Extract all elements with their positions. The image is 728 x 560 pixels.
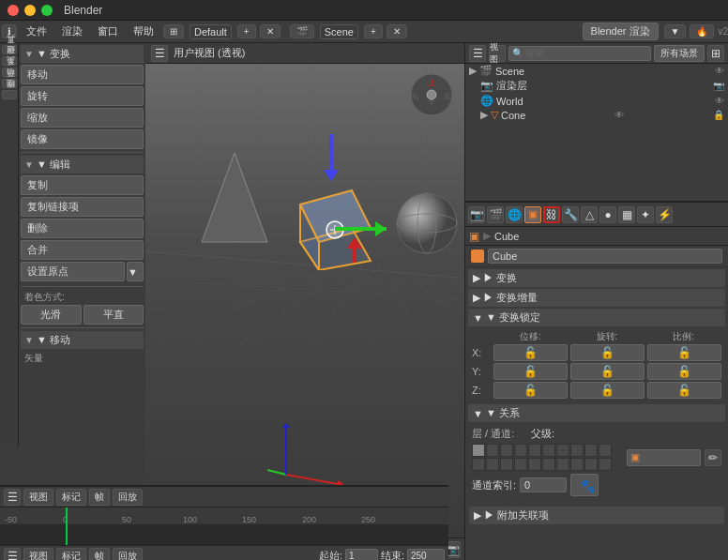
viewport-canvas[interactable]: X Y Z bbox=[145, 64, 464, 537]
layer-cell-15[interactable] bbox=[528, 458, 541, 471]
maximize-button[interactable] bbox=[41, 5, 53, 16]
outliner-search[interactable]: 🔍 搜索 bbox=[508, 46, 651, 61]
layout-icon[interactable]: ⊞ bbox=[163, 24, 184, 38]
end-value-input[interactable] bbox=[407, 549, 445, 560]
prop-tab-data[interactable]: △ bbox=[581, 206, 598, 223]
nav-widget[interactable]: 上 下 右 左 bbox=[408, 71, 455, 120]
y-scale-lock[interactable]: 🔓 bbox=[647, 363, 721, 380]
layer-cell-13[interactable] bbox=[500, 458, 513, 471]
layer-cell-18[interactable] bbox=[570, 458, 584, 471]
layer-cell-11[interactable] bbox=[472, 458, 485, 471]
renderlayer-eye-icon[interactable]: 📷 bbox=[713, 81, 724, 91]
scene-icon[interactable]: 🎬 bbox=[290, 24, 314, 38]
add-scene-btn[interactable]: + bbox=[364, 24, 383, 38]
scene-selector[interactable]: Scene bbox=[320, 24, 358, 39]
move-handle-blue[interactable] bbox=[322, 134, 341, 188]
layout-selector[interactable]: Default bbox=[190, 24, 232, 39]
prop-tab-constraints[interactable]: ⛓ bbox=[543, 206, 560, 223]
cone-eye-icon[interactable]: 👁 bbox=[614, 110, 624, 120]
mirror-btn[interactable]: 镜像 bbox=[21, 129, 144, 149]
timeline-playback-btn2[interactable]: 回放 bbox=[113, 548, 143, 561]
prop-tab-world[interactable]: 🌐 bbox=[506, 206, 523, 223]
timeline-frame-btn[interactable]: 帧 bbox=[89, 489, 110, 506]
attach-header[interactable]: ▶ ▶ 附加关联项 bbox=[469, 507, 724, 524]
menu-help[interactable]: 帮助 bbox=[126, 22, 161, 41]
tab-animation[interactable]: 动画 bbox=[2, 79, 17, 88]
cone-hide-icon[interactable]: 🔒 bbox=[713, 110, 724, 120]
move-handle-red[interactable] bbox=[345, 237, 364, 267]
duplicate-linked-btn[interactable]: 复制链接项 bbox=[21, 197, 144, 217]
timeline-mark-btn[interactable]: 标记 bbox=[56, 489, 86, 506]
move-btn[interactable]: 移动 bbox=[21, 65, 144, 84]
set-origin-btn[interactable]: 设置原点 bbox=[21, 262, 125, 281]
prop-tab-particles[interactable]: ✦ bbox=[637, 206, 654, 223]
close-scene-btn[interactable]: ✕ bbox=[387, 24, 407, 38]
add-layout-btn[interactable]: + bbox=[237, 24, 256, 38]
view-btn[interactable]: 视图 bbox=[489, 45, 506, 62]
scene-eye-icon[interactable]: 👁 bbox=[715, 66, 724, 76]
minimize-button[interactable] bbox=[24, 5, 36, 16]
layer-cell-16[interactable] bbox=[542, 458, 555, 471]
render-engine-arrow[interactable]: ▼ bbox=[664, 24, 687, 38]
layer-cell-20[interactable] bbox=[599, 458, 612, 471]
layer-cell-3[interactable] bbox=[500, 444, 513, 457]
z-pos-lock[interactable]: 🔓 bbox=[493, 382, 568, 399]
relation-header[interactable]: ▼ ▼ 关系 bbox=[468, 404, 725, 422]
layer-cell-2[interactable] bbox=[486, 444, 499, 457]
outliner-item-cone[interactable]: ▶ ▽ Cone 👁 🔒 bbox=[477, 108, 728, 122]
flat-btn[interactable]: 平直 bbox=[83, 305, 144, 325]
tab-relations[interactable]: 关系 bbox=[2, 68, 17, 77]
parent-field[interactable]: ▣ bbox=[627, 449, 701, 466]
outliner-filter-icon[interactable]: ⊞ bbox=[707, 45, 724, 62]
outliner-item-renderlayer[interactable]: 📷 渲染层 📷 bbox=[477, 78, 728, 94]
timeline-menu-icon[interactable]: ☰ bbox=[4, 489, 21, 506]
start-value-input[interactable] bbox=[345, 549, 378, 560]
layer-cell-19[interactable] bbox=[584, 458, 598, 471]
prop-tab-modifier[interactable]: 🔧 bbox=[562, 206, 579, 223]
object-name-input[interactable] bbox=[488, 249, 722, 264]
join-btn[interactable]: 合并 bbox=[21, 240, 144, 260]
channel-index-input[interactable] bbox=[520, 477, 567, 492]
prop-tab-object[interactable]: ▣ bbox=[524, 206, 541, 223]
layer-cell-1[interactable] bbox=[472, 444, 485, 457]
timeline-canvas[interactable]: -50 0 50 100 150 200 250 bbox=[0, 507, 448, 545]
outliner-menu-icon[interactable]: ☰ bbox=[469, 45, 486, 62]
z-scale-lock[interactable]: 🔓 bbox=[647, 382, 721, 399]
menu-window[interactable]: 窗口 bbox=[90, 22, 126, 41]
z-rot-lock[interactable]: 🔓 bbox=[570, 382, 645, 399]
layer-cell-6[interactable] bbox=[542, 444, 555, 457]
prop-tab-scene[interactable]: 🎬 bbox=[487, 206, 504, 223]
menu-render[interactable]: 渲染 bbox=[54, 22, 90, 41]
y-rot-lock[interactable]: 🔓 bbox=[570, 363, 645, 380]
rotate-btn[interactable]: 旋转 bbox=[21, 86, 144, 106]
render-engine-selector[interactable]: Blender 渲染 bbox=[583, 23, 659, 40]
layer-cell-12[interactable] bbox=[486, 458, 499, 471]
layer-cell-4[interactable] bbox=[514, 444, 527, 457]
menu-file[interactable]: 文件 bbox=[19, 22, 54, 41]
tab-tools[interactable]: 工具 bbox=[2, 45, 17, 54]
layer-cell-9[interactable] bbox=[584, 444, 598, 457]
info-icon[interactable]: ℹ bbox=[2, 24, 17, 38]
x-scale-lock[interactable]: 🔓 bbox=[647, 344, 721, 361]
timeline-playhead[interactable] bbox=[66, 507, 68, 545]
scale-btn[interactable]: 缩放 bbox=[21, 108, 144, 128]
outliner-item-world[interactable]: 🌐 World 👁 bbox=[477, 94, 728, 108]
timeline-footer-menu[interactable]: ☰ bbox=[4, 548, 21, 561]
layer-cell-14[interactable] bbox=[514, 458, 527, 471]
edit-header[interactable]: ▼ ▼ 编辑 bbox=[21, 156, 144, 174]
viewport-menu-icon[interactable]: ☰ bbox=[151, 45, 168, 62]
tab-create[interactable]: 创建 bbox=[2, 56, 17, 66]
prop-tab-physics[interactable]: ⚡ bbox=[656, 206, 673, 223]
move-header[interactable]: ▼ ▼ 移动 bbox=[21, 331, 144, 349]
world-eye-icon[interactable]: 👁 bbox=[715, 96, 724, 106]
y-pos-lock[interactable]: 🔓 bbox=[493, 363, 568, 380]
prop-tab-render[interactable]: 📷 bbox=[468, 206, 485, 223]
layer-cell-17[interactable] bbox=[556, 458, 569, 471]
layer-cell-5[interactable] bbox=[528, 444, 541, 457]
timeline-frame-btn2[interactable]: 帧 bbox=[89, 548, 110, 561]
smooth-btn[interactable]: 光滑 bbox=[21, 305, 82, 325]
timeline-mark-btn2[interactable]: 标记 bbox=[56, 548, 86, 561]
tab-physics[interactable]: 物理 bbox=[2, 90, 17, 99]
move-handle-green[interactable] bbox=[335, 219, 401, 240]
close-button[interactable] bbox=[8, 5, 19, 16]
